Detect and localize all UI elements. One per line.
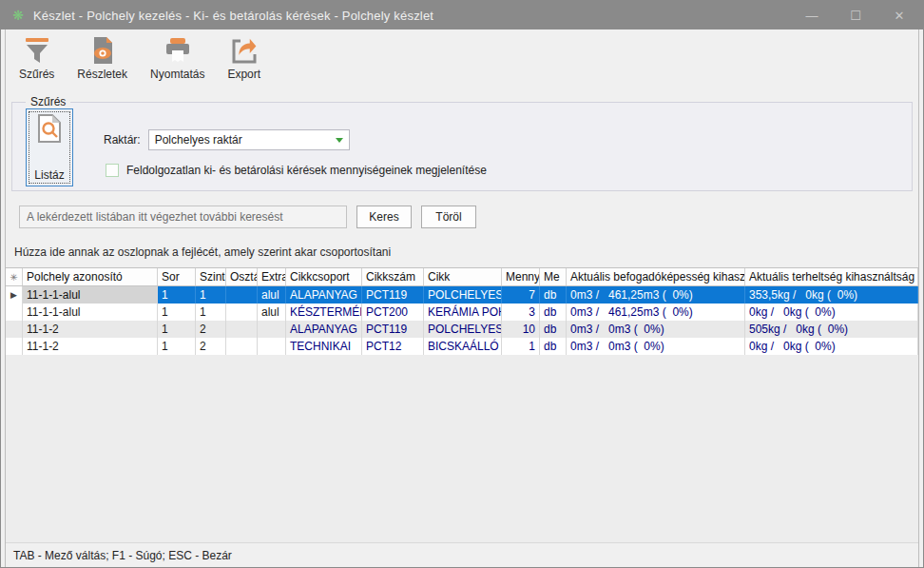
list-button-label: Listáz	[34, 168, 64, 182]
filter-group-label: Szűrés	[26, 95, 70, 108]
list-button[interactable]: Listáz	[26, 108, 73, 186]
table-cell[interactable]: 1	[158, 304, 196, 321]
table-row[interactable]: 11-1-212ALAPANYAGPCT119POLCHELYES CIKK10…	[6, 321, 918, 338]
print-button[interactable]: Nyomtatás	[146, 33, 208, 83]
table-cell[interactable]: 1	[158, 321, 196, 338]
table-cell[interactable]: 353,5kg / 0kg ( 0%)	[745, 286, 918, 304]
table-cell[interactable]	[226, 304, 258, 321]
table-cell[interactable]: db	[540, 321, 567, 338]
table-cell[interactable]: PCT119	[362, 321, 424, 338]
table-cell[interactable]: PCT12	[362, 338, 424, 355]
table-cell[interactable]: 11-1-2	[23, 321, 158, 338]
row-indicator[interactable]	[6, 321, 23, 338]
table-cell[interactable]: db	[540, 286, 567, 304]
table-cell[interactable]	[258, 321, 286, 338]
table-cell[interactable]: POLCHELYES CIKK	[424, 321, 502, 338]
table-cell[interactable]: 10	[502, 321, 540, 338]
column-header[interactable]: Cikkcsoport	[286, 268, 362, 285]
table-cell[interactable]: 11-1-1-alul	[23, 286, 158, 304]
row-indicator[interactable]	[6, 304, 23, 321]
table-cell[interactable]: 505kg / 0kg ( 0%)	[745, 321, 918, 338]
maximize-icon[interactable]: ☐	[847, 9, 864, 23]
table-row[interactable]: 11-1-1-alul11alulKÉSZTERMÉKPCT200KERÁMIA…	[6, 304, 918, 321]
table-cell[interactable]: POLCHELYES CIKK	[424, 286, 502, 304]
column-header[interactable]: Extra	[258, 268, 286, 285]
column-header[interactable]: Szint	[196, 268, 226, 285]
warehouse-combobox[interactable]: Polchelyes raktár	[148, 129, 350, 150]
column-header[interactable]: Osztá	[226, 268, 258, 285]
close-icon[interactable]: ✕	[891, 9, 908, 23]
table-cell[interactable]: 1	[196, 286, 226, 304]
unprocessed-requests-checkbox[interactable]	[106, 164, 119, 177]
table-cell[interactable]: 11-1-1-alul	[23, 304, 158, 321]
table-cell[interactable]: 0m3 / 0m3 ( 0%)	[567, 338, 745, 355]
table-cell[interactable]: 2	[196, 321, 226, 338]
print-icon	[163, 35, 193, 66]
asterisk-icon[interactable]: ✳	[6, 268, 23, 285]
grid-body: ▶11-1-1-alul11alulALAPANYAGPCT119POLCHEL…	[6, 286, 918, 355]
table-cell[interactable]: 0kg / 0kg ( 0%)	[745, 338, 918, 355]
list-search-icon	[37, 114, 62, 143]
table-cell[interactable]: KERÁMIA POHÁR	[424, 304, 502, 321]
table-cell[interactable]: alul	[258, 304, 286, 321]
table-cell[interactable]: db	[540, 338, 567, 355]
toolbar: Szűrés Részletek Nyomtatás	[6, 29, 918, 90]
app-icon: ❋	[10, 8, 26, 23]
table-cell[interactable]: 1	[158, 286, 196, 304]
table-cell[interactable]: 3	[502, 304, 540, 321]
table-cell[interactable]: PCT200	[362, 304, 424, 321]
chevron-down-icon	[336, 138, 343, 143]
table-row[interactable]: ▶11-1-1-alul11alulALAPANYAGPCT119POLCHEL…	[6, 286, 918, 304]
table-cell[interactable]: 0m3 / 0m3 ( 0%)	[567, 321, 745, 338]
table-cell[interactable]: 2	[196, 338, 226, 355]
column-header[interactable]: Menny	[502, 268, 540, 285]
table-cell[interactable]: 0m3 / 461,25m3 ( 0%)	[567, 286, 745, 304]
grid-panel: Húzza ide annak az oszlopnak a fejlécét,…	[6, 238, 918, 542]
search-button[interactable]: Keres	[356, 206, 412, 228]
column-header[interactable]: Aktuális terheltség kihasználtság	[745, 268, 918, 285]
table-cell[interactable]: KÉSZTERMÉK	[286, 304, 362, 321]
table-cell[interactable]: 1	[196, 304, 226, 321]
table-cell[interactable]: ALAPANYAG	[286, 286, 362, 304]
details-icon	[87, 35, 118, 66]
warehouse-value: Polchelyes raktár	[155, 133, 336, 147]
titlebar: ❋ Készlet - Polchely kezelés - Ki- és be…	[1, 1, 923, 29]
export-icon	[229, 35, 260, 66]
window-body: Szűrés Részletek Nyomtatás	[5, 29, 919, 567]
row-indicator[interactable]	[6, 338, 23, 355]
table-cell[interactable]: 1	[502, 338, 540, 355]
export-button[interactable]: Export	[223, 33, 264, 83]
column-header[interactable]: Polchely azonosító	[23, 268, 158, 285]
table-cell[interactable]	[226, 338, 258, 355]
unprocessed-requests-label: Feldolgozatlan ki- és betárolási kérések…	[126, 164, 487, 177]
details-button[interactable]: Részletek	[73, 33, 131, 83]
table-cell[interactable]: ALAPANYAG	[286, 321, 362, 338]
table-cell[interactable]: BICSKAÁLLÓ ÜVEG	[424, 338, 502, 355]
row-indicator-icon[interactable]: ▶	[6, 286, 23, 304]
table-cell[interactable]: 0kg / 0kg ( 0%)	[745, 304, 918, 321]
table-cell[interactable]	[226, 321, 258, 338]
search-input[interactable]	[19, 206, 347, 228]
table-cell[interactable]	[258, 338, 286, 355]
table-cell[interactable]: 0m3 / 461,25m3 ( 0%)	[567, 304, 745, 321]
table-cell[interactable]: 7	[502, 286, 540, 304]
column-header[interactable]: Cikkszám	[362, 268, 424, 285]
table-row[interactable]: 11-1-212TECHNIKAIPCT12BICSKAÁLLÓ ÜVEG1db…	[6, 338, 918, 355]
column-header[interactable]: Sor	[158, 268, 196, 285]
filter-button[interactable]: Szűrés	[15, 33, 58, 83]
table-cell[interactable]: PCT119	[362, 286, 424, 304]
column-header[interactable]: Cikk	[424, 268, 502, 285]
clear-button[interactable]: Töröl	[421, 206, 476, 228]
table-cell[interactable]: 1	[158, 338, 196, 355]
table-cell[interactable]: db	[540, 304, 567, 321]
group-by-hint[interactable]: Húzza ide annak az oszlopnak a fejlécét,…	[6, 238, 918, 267]
warehouse-label: Raktár:	[104, 133, 141, 147]
table-cell[interactable]: alul	[258, 286, 286, 304]
table-cell[interactable]: TECHNIKAI	[286, 338, 362, 355]
column-header[interactable]: Aktuális befogadóképesség kihasznált	[567, 268, 745, 285]
table-cell[interactable]	[226, 286, 258, 304]
minimize-icon[interactable]: —	[803, 9, 820, 23]
statusbar-text: TAB - Mező váltás; F1 - Súgó; ESC - Bezá…	[13, 549, 232, 562]
column-header[interactable]: Me	[540, 268, 567, 285]
table-cell[interactable]: 11-1-2	[23, 338, 158, 355]
